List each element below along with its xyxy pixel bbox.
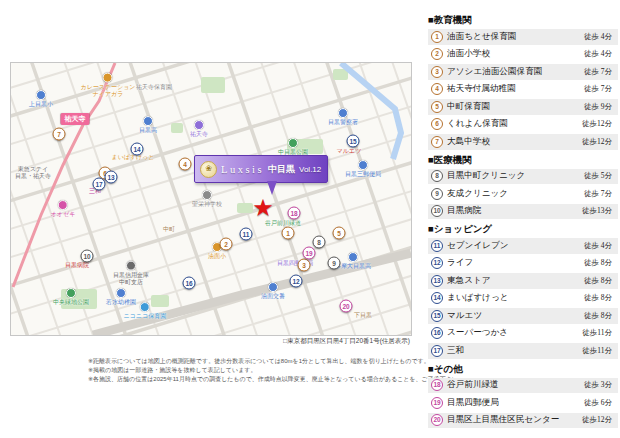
facility-name: 谷戸前川緑道	[447, 379, 499, 391]
facility-walk-time: 徒歩 7分	[584, 67, 618, 77]
facility-number-badge: 2	[431, 48, 443, 60]
map-landmark: 目黒病院	[65, 262, 89, 269]
facility-number-badge: 10	[431, 205, 443, 217]
facility-row: 1油面ちとせ保育園徒歩 4分	[428, 29, 618, 45]
facility-walk-time: 徒歩12分	[582, 415, 618, 425]
station-yutenji: 祐天寺	[61, 113, 90, 125]
landmark-label: 目黒病院	[65, 262, 89, 269]
facility-row: 16スーパーつかさ徒歩11分	[428, 326, 618, 342]
facility-row: 5中町保育園徒歩 9分	[428, 99, 618, 115]
facility-number-badge: 9	[431, 188, 443, 200]
landmark-dot-icon	[288, 138, 298, 148]
map-pin-12: 12	[290, 275, 303, 288]
landmark-label: 油面交番	[261, 293, 285, 300]
landmark-label: 下目黒	[354, 312, 372, 319]
landmark-label: 上目黒小	[29, 101, 53, 108]
facility-row: 6くれよん保育園徒歩12分	[428, 117, 618, 133]
facility-number-badge: 20	[431, 414, 443, 426]
facility-name: 三和	[447, 345, 464, 357]
facility-number-badge: 8	[431, 170, 443, 182]
map-pin-19: 19	[303, 247, 316, 260]
landmark-label: マルエツ	[337, 148, 362, 155]
map-landmark: オオゼキ	[51, 200, 76, 218]
facility-walk-time: 徒歩12分	[582, 119, 618, 129]
landmark-dot-icon	[358, 160, 368, 170]
landmark-label: 中町	[163, 226, 175, 233]
facility-name: セブンイレブン	[447, 240, 509, 252]
facility-name: スーパーつかさ	[447, 327, 508, 339]
landmark-dot-icon	[140, 302, 150, 312]
map-pin-18: 18	[288, 207, 301, 220]
facility-name: 油面ちとせ保育園	[447, 31, 516, 43]
map-pin-14: 14	[131, 143, 144, 156]
facility-number-badge: 6	[431, 118, 443, 130]
facility-number-badge: 16	[431, 327, 443, 339]
facility-number-badge: 15	[431, 310, 443, 322]
legend-section-title: ■教育機関	[428, 12, 618, 29]
map-pin-5: 5	[333, 227, 346, 240]
facility-walk-time: 徒歩 8分	[584, 293, 618, 303]
facility-walk-time: 徒歩 7分	[584, 189, 618, 199]
facility-row: 10目黒病院徒歩13分	[428, 204, 618, 220]
facility-number-badge: 12	[431, 257, 443, 269]
callout-property-name: 中目黒	[268, 163, 295, 176]
map-pin-15: 15	[347, 135, 360, 148]
facility-number-badge: 13	[431, 275, 443, 287]
landmark-dot-icon	[143, 116, 153, 126]
map-pin-8: 8	[313, 236, 326, 249]
facility-row: 13東急ストア徒歩 8分	[428, 273, 618, 289]
facility-name: 目黒中町クリニック	[447, 170, 525, 182]
facility-row: 15マルエツ徒歩 8分	[428, 308, 618, 324]
facility-row: 20目黒区上目黒住区民センター徒歩12分	[428, 413, 618, 429]
facility-walk-time: 徒歩 4分	[584, 49, 618, 59]
legend-section-title: ■ショッピング	[428, 221, 618, 238]
facility-number-badge: 1	[431, 31, 443, 43]
property-star-icon: ★	[252, 196, 274, 220]
facility-walk-time: 徒歩 3分	[584, 380, 618, 390]
callout-volume: Vol.12	[299, 165, 321, 174]
facility-row: 2油面小学校徒歩 4分	[428, 47, 618, 63]
facility-name: 目黒四郵便局	[447, 397, 499, 409]
facility-walk-time: 徒歩 8分	[584, 258, 618, 268]
landmark-label: 祐天寺保育園	[136, 84, 172, 91]
facility-row: 3アソシエ油面公園保育園徒歩 7分	[428, 64, 618, 80]
facility-walk-time: 徒歩 4分	[584, 241, 618, 251]
map-landmark: 聖栄神学校	[192, 190, 222, 208]
address-caption: □東京都目黒区目黒4丁目20番1号(住居表示)	[10, 337, 410, 346]
landmark-dot-icon	[58, 200, 68, 210]
facility-name: アソシエ油面公園保育園	[447, 66, 542, 78]
map-pin-9: 9	[328, 257, 341, 270]
map-landmark: 目黒信用金庫 中町支店	[113, 261, 149, 286]
facility-row: 18谷戸前川緑道徒歩 3分	[428, 378, 618, 394]
facility-row: 8目黒中町クリニック徒歩 5分	[428, 169, 618, 185]
landmark-dot-icon	[202, 190, 212, 200]
facility-name: 中町保育園	[447, 101, 490, 113]
facility-row: 7大島中学校徒歩12分	[428, 134, 618, 150]
facility-name: マルエツ	[447, 310, 482, 322]
facility-row: 12ライフ徒歩 8分	[428, 256, 618, 272]
facility-walk-time: 徒歩 4分	[584, 32, 618, 42]
map-pin-11: 11	[240, 228, 253, 241]
landmark-label: 油面小	[208, 253, 226, 260]
map-landmark: 若水幼稚園	[106, 288, 136, 306]
map-pin-1: 1	[282, 227, 295, 240]
facility-name: 目黒区上目黒住区民センター	[447, 414, 559, 426]
map-pin-10: 10	[81, 250, 94, 263]
map-landmark: 下目黒	[354, 312, 372, 319]
landmark-label: 目黒信用金庫 中町支店	[113, 272, 149, 286]
facility-number-badge: 5	[431, 101, 443, 113]
map-landmark: 祐天寺保育園	[136, 84, 172, 91]
map-landmark: ニコニコ保育園	[124, 302, 167, 320]
facility-number-badge: 19	[431, 397, 443, 409]
facility-number-badge: 18	[431, 379, 443, 391]
facility-walk-time: 徒歩 8分	[584, 276, 618, 286]
map-overlay: 上目黒小カレーステーション ナイアガラ祐天寺保育園目黒高祐天寺まいばすけっと東急…	[11, 63, 411, 335]
map-pin-20: 20	[340, 300, 353, 313]
landmark-label: 東急ステイ 目黒・祐天寺	[15, 166, 51, 180]
map-landmark: 東急ステイ 目黒・祐天寺	[15, 166, 51, 180]
facility-walk-time: 徒歩11分	[582, 328, 618, 338]
map-pin-17: 17	[93, 178, 106, 191]
facility-row: 11セブンイレブン徒歩 4分	[428, 238, 618, 254]
facility-walk-time: 徒歩11分	[582, 346, 618, 356]
map-pin-7: 7	[53, 128, 66, 141]
